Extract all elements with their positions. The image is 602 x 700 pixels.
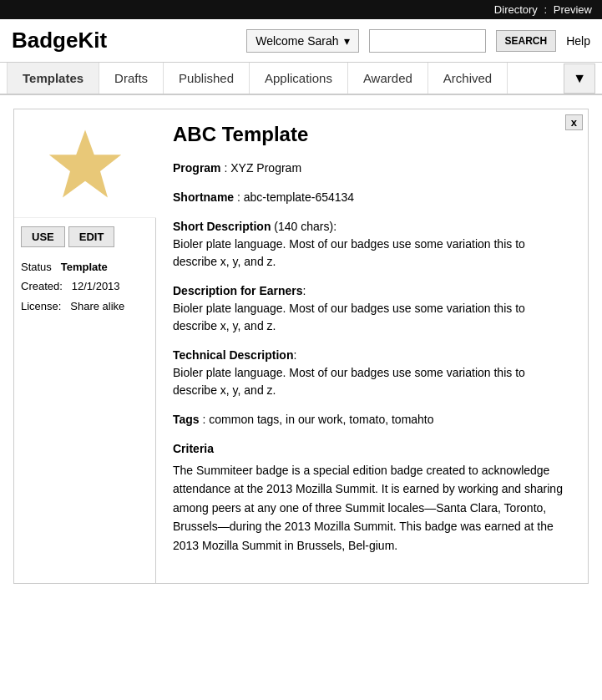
tech-desc-row: Technical Description: Bioler plate lang… xyxy=(173,347,571,399)
earners-header: Description for Earners: xyxy=(173,282,571,300)
content-area: x USE EDIT Status Template Cr xyxy=(0,95,602,597)
edit-button[interactable]: EDIT xyxy=(68,226,115,247)
tags-value: : common tags, in our work, tomato, toma… xyxy=(203,413,434,426)
header: BadgeKit Welcome Sarah ▾ SEARCH Help xyxy=(0,19,602,63)
short-desc-meta: (140 chars): xyxy=(274,220,336,233)
directory-link[interactable]: Directory xyxy=(494,3,538,16)
top-bar: Directory : Preview xyxy=(0,0,602,19)
tab-templates[interactable]: Templates xyxy=(7,63,99,94)
created-label: Created: xyxy=(21,280,63,292)
left-panel: USE EDIT Status Template Created: 12/1/2… xyxy=(14,109,156,583)
help-link[interactable]: Help xyxy=(566,34,590,48)
short-desc-header: Short Description (140 chars): xyxy=(173,218,571,236)
criteria-row: Criteria The Summiteer badge is a specia… xyxy=(173,440,571,555)
shortname-value: abc-template-654134 xyxy=(244,190,354,204)
program-row: Program : XYZ Program xyxy=(173,160,571,177)
badge-image xyxy=(14,109,156,218)
short-desc-row: Short Description (140 chars): Bioler pl… xyxy=(173,218,571,271)
preview-link[interactable]: Preview xyxy=(554,3,592,16)
tab-applications[interactable]: Applications xyxy=(250,63,348,94)
close-button[interactable]: x xyxy=(565,114,583,130)
welcome-label: Welcome Sarah xyxy=(255,34,338,48)
license-label: License: xyxy=(21,300,61,312)
brand-logo: BadgeKit xyxy=(12,28,236,53)
criteria-label: Criteria xyxy=(173,440,571,458)
program-label: Program xyxy=(173,161,221,175)
earners-row: Description for Earners: Bioler plate la… xyxy=(173,282,571,335)
use-button[interactable]: USE xyxy=(21,226,65,247)
tags-row: Tags : common tags, in our work, tomato,… xyxy=(173,411,571,429)
license-value: Share alike xyxy=(70,300,124,312)
dropdown-icon: ▾ xyxy=(344,34,350,48)
topbar-separator: : xyxy=(544,3,548,16)
badge-title: ABC Template xyxy=(173,123,571,146)
tags-label: Tags xyxy=(173,413,200,426)
tab-archived[interactable]: Archived xyxy=(428,63,508,94)
tab-drafts[interactable]: Drafts xyxy=(99,63,164,94)
welcome-button[interactable]: Welcome Sarah ▾ xyxy=(246,29,358,53)
program-value: XYZ Program xyxy=(230,161,301,175)
shortname-colon: : xyxy=(237,190,244,204)
search-input[interactable] xyxy=(369,29,486,53)
tab-published[interactable]: Published xyxy=(164,63,250,94)
shortname-row: Shortname : abc-template-654134 xyxy=(173,189,571,206)
short-desc-value: Bioler plate language. Most of our badge… xyxy=(173,236,571,271)
status-label: Status xyxy=(21,261,52,273)
badge-icon xyxy=(48,126,123,201)
nav-more-icon: ▼ xyxy=(573,71,586,85)
nav-tabs: Templates Drafts Published Applications … xyxy=(0,63,602,95)
status-value: Template xyxy=(61,261,108,273)
badge-card: x USE EDIT Status Template Cr xyxy=(13,109,589,584)
right-panel: ABC Template Program : XYZ Program Short… xyxy=(156,109,588,583)
tech-desc-label: Technical Description xyxy=(173,348,293,362)
search-button[interactable]: SEARCH xyxy=(496,30,557,52)
tech-desc-value: Bioler plate language. Most of our badge… xyxy=(173,364,571,399)
tab-awarded[interactable]: Awarded xyxy=(348,63,428,94)
action-buttons: USE EDIT xyxy=(14,218,121,254)
shortname-label: Shortname xyxy=(173,190,234,204)
created-value: 12/1/2013 xyxy=(72,280,120,292)
earners-label: Description for Earners xyxy=(173,284,303,297)
earners-value: Bioler plate language. Most of our badge… xyxy=(173,300,571,335)
svg-marker-0 xyxy=(49,129,121,197)
license-row: License: Share alike xyxy=(21,297,124,316)
criteria-value: The Summiteer badge is a special edition… xyxy=(173,461,571,555)
created-row: Created: 12/1/2013 xyxy=(21,276,124,296)
short-desc-label: Short Description xyxy=(173,220,271,233)
status-section: Status Template Created: 12/1/2013 Licen… xyxy=(14,254,131,319)
nav-more-button[interactable]: ▼ xyxy=(564,63,595,94)
status-row: Status Template xyxy=(21,257,124,276)
tech-desc-header: Technical Description: xyxy=(173,347,571,364)
